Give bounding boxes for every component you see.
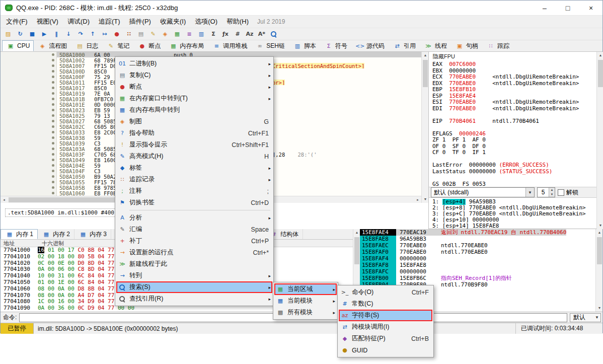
context-menu-item-patch[interactable]: +补丁Ctrl+P: [116, 235, 272, 247]
context-menu-item-show-mnemonic-brief[interactable]: !显示指令提示Ctrl+Shift+F1: [116, 139, 272, 151]
context-menu-item-follow-in-memory-map[interactable]: ▦在内存布局中转到: [116, 104, 272, 116]
menubar-item-8[interactable]: 帮助(H): [222, 16, 253, 28]
context-menu-item-highlighting-mode[interactable]: ✎高亮模式(H)H: [116, 151, 272, 162]
argument-count-stepper[interactable]: 5 ▲▼: [537, 187, 555, 197]
scope-menu-item-all-modules[interactable]: ▩所有模块▸: [274, 307, 337, 318]
tab-references[interactable]: ⇄引用: [389, 40, 420, 51]
call-stack-icon[interactable]: ≡: [184, 29, 195, 39]
register-list[interactable]: EAX 007C6000EBX 00000000ECX 770EABE0 <nt…: [429, 61, 596, 187]
tab-script[interactable]: ▥脚本: [289, 40, 320, 51]
context-menu-item-graph[interactable]: ◈制图G: [116, 116, 272, 127]
context-menu-item-toggle-bookmark[interactable]: ⚑切换书签Ctrl+D: [116, 197, 272, 208]
tab-log[interactable]: ▤日志: [71, 40, 102, 51]
log-icon[interactable]: ▤: [135, 29, 146, 39]
tab-dump-2[interactable]: ▦内存 2: [38, 229, 74, 239]
stop-icon[interactable]: ■: [27, 29, 38, 39]
hash-icon[interactable]: #: [232, 29, 243, 39]
scroll-right-arrow-icon[interactable]: ▸: [414, 196, 421, 203]
stack-scrollbar[interactable]: ▲ ▼: [595, 229, 602, 312]
scroll-up-arrow-icon[interactable]: ▲: [597, 52, 603, 59]
search-menu-item-string-references[interactable]: az字符串(S): [339, 310, 432, 321]
tab-breakpoints[interactable]: ●断点: [133, 40, 165, 51]
close-button[interactable]: ×: [579, 1, 602, 16]
context-menu-item-instruction-help[interactable]: ?指令帮助Ctrl+F1: [116, 127, 272, 139]
tab-threads[interactable]: ≫线程: [420, 40, 451, 51]
tab-notes[interactable]: ✎笔记: [102, 40, 133, 51]
context-menu-item-analysis[interactable]: A分析▸: [116, 212, 272, 224]
stack-row[interactable]: 15E8FAF400000000: [360, 255, 595, 262]
stack-row[interactable]: 15E8FAE4770EAC19返回到 ntdll.770EAC19 自 ntd…: [360, 229, 595, 236]
tab-graph[interactable]: ◈流程图: [34, 40, 71, 51]
menubar-item-3[interactable]: 调试(D): [63, 16, 94, 28]
context-menu-item-set-new-origin[interactable]: →设置新的运行点Ctrl+*: [116, 247, 272, 258]
context-menu-item-new-thread-here[interactable]: ≫新建线程于此: [116, 258, 272, 270]
script-icon[interactable]: ▥: [196, 29, 207, 39]
tab-trace[interactable]: ∷跟踪: [482, 40, 513, 51]
menubar-item-6[interactable]: 收藏夹(I): [156, 16, 190, 28]
tab-seh[interactable]: ∞SEH链: [251, 40, 289, 51]
run-to-cursor-icon[interactable]: ↦: [99, 29, 110, 39]
menubar-item-5[interactable]: 插件(P): [125, 16, 156, 28]
tab-memory-map[interactable]: ▦内存布局: [165, 40, 208, 51]
command-profile-dropdown[interactable]: 默认 ▼: [570, 313, 601, 322]
tab-symbols[interactable]: Σ符号: [320, 40, 351, 51]
search-menu-item-constant[interactable]: #常数(C): [339, 298, 432, 310]
context-menu-item-find-references[interactable]: 查找引用(R)▸: [116, 293, 272, 305]
stack-row[interactable]: 15E8FAF0770EABE0ntdll.770EABE0: [360, 249, 595, 255]
step-over-icon[interactable]: ↷: [75, 29, 86, 39]
scope-menu-item-current-module[interactable]: ▦当前模块▸: [274, 295, 337, 307]
context-menu-item-assemble[interactable]: ✎汇编Space: [116, 224, 272, 235]
tab-handles[interactable]: ▣句柄: [451, 40, 482, 51]
context-menu-item-trace-record[interactable]: ∷追踪记录▸: [116, 174, 272, 185]
scroll-up-arrow-icon[interactable]: ▲: [353, 229, 360, 236]
graph-icon[interactable]: ◈: [160, 29, 171, 39]
unlock-checkbox[interactable]: [558, 189, 564, 196]
calling-convention-dropdown[interactable]: 默认 (stdcall) ▼: [431, 187, 535, 197]
menubar-item-7[interactable]: 选项(O): [190, 16, 222, 28]
registers-scrollbar[interactable]: ▲ ▼: [596, 52, 603, 229]
scroll-thumb[interactable]: [9, 197, 124, 202]
search-menu-item-intermodular-calls[interactable]: ⇄跨模块调用(I): [339, 321, 432, 333]
scroll-up-arrow-icon[interactable]: ▲: [596, 229, 603, 236]
menubar-item-4[interactable]: 追踪(T): [94, 16, 125, 28]
maximize-button[interactable]: □: [556, 1, 579, 16]
spin-down-icon[interactable]: ▼: [549, 192, 555, 197]
open-file-icon[interactable]: ▨: [3, 29, 14, 39]
breakpoint-icon[interactable]: ●: [111, 29, 122, 39]
context-menu-item-breakpoint[interactable]: ●断点▸: [116, 81, 272, 93]
context-menu-item-goto[interactable]: →转到▸: [116, 270, 272, 281]
tab-dump-3[interactable]: ▦内存 3: [74, 229, 111, 239]
stack-row[interactable]: 15E8FAE896A59BB3: [360, 236, 595, 242]
run-icon[interactable]: ▶: [39, 29, 50, 39]
restart-icon[interactable]: ↻: [15, 29, 26, 39]
tab-call-stack[interactable]: ≡调用堆栈: [208, 40, 251, 51]
argument-list[interactable]: 1: [esp+4] 96A59BB32: [esp+8] 770EABE0 <…: [429, 198, 596, 230]
step-into-icon[interactable]: ↓: [63, 29, 74, 39]
disasm-vertical-scrollbar[interactable]: ▲ ▼: [421, 52, 428, 203]
search-menu-item-command[interactable]: >_命令(O)Ctrl+F: [339, 286, 432, 298]
scroll-down-arrow-icon[interactable]: ▼: [597, 222, 603, 229]
search-menu-item-guid[interactable]: ●GUID: [339, 344, 432, 356]
context-menu-item-follow-in-dump[interactable]: ▦在内存窗口中转到(T)▸: [116, 93, 272, 104]
stack-row[interactable]: 15E8FAFC00000000: [360, 268, 595, 275]
step-out-icon[interactable]: ↑: [87, 29, 98, 39]
fx-icon[interactable]: ƒx: [220, 29, 231, 39]
tab-source[interactable]: <>源代码: [351, 40, 389, 51]
menubar-item-1[interactable]: 文件(F): [2, 16, 32, 28]
scroll-thumb[interactable]: [598, 60, 603, 87]
scroll-left-arrow-icon[interactable]: ◂: [1, 196, 8, 203]
context-menu-item-search[interactable]: 搜索(S)▸: [116, 281, 272, 293]
pause-icon[interactable]: ‖: [51, 29, 62, 39]
stack-row[interactable]: 15E8FAEC770EABE0ntdll.770EABE0: [360, 242, 595, 249]
symbols-icon[interactable]: Σ: [208, 29, 219, 39]
scroll-thumb[interactable]: [423, 60, 428, 87]
chevron-down-icon[interactable]: ▼: [525, 188, 534, 197]
context-menu-item-comment[interactable]: ;注释;: [116, 185, 272, 197]
memory-map-icon[interactable]: ▦: [172, 29, 183, 39]
scroll-thumb[interactable]: [354, 237, 359, 264]
context-menu-item-label[interactable]: ◆标签▸: [116, 162, 272, 174]
scroll-thumb[interactable]: [597, 237, 602, 264]
scroll-down-arrow-icon[interactable]: ▼: [596, 305, 603, 312]
hide-fpu-button[interactable]: 隐藏FPU: [429, 52, 596, 61]
search-menu-item-pattern[interactable]: ◆匹配特征(P)Ctrl+B: [339, 333, 432, 344]
